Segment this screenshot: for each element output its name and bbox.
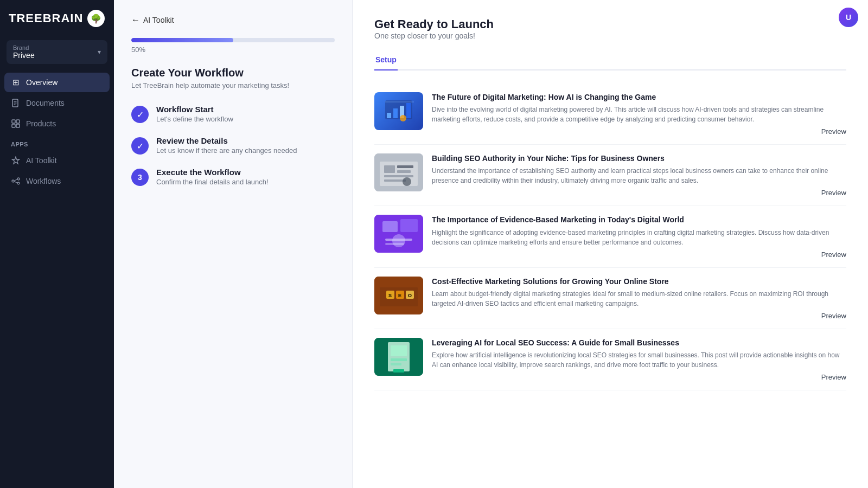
chevron-down-icon: ▾	[98, 48, 101, 56]
content-body-2: Building SEO Authority in Your Niche: Ti…	[432, 153, 846, 197]
svg-rect-17	[406, 103, 411, 118]
content-thumb-4: S E O	[374, 277, 423, 314]
svg-rect-46	[391, 363, 401, 365]
svg-point-9	[17, 178, 20, 180]
sidebar-item-label: Documents	[26, 99, 65, 107]
content-title-1: The Future of Digital Marketing: How AI …	[432, 92, 846, 102]
products-icon	[11, 119, 21, 129]
sidebar-item-label: Workflows	[26, 177, 61, 185]
svg-rect-24	[397, 170, 411, 173]
main-content: ← AI Toolkit 50% Create Your Workflow Le…	[114, 0, 868, 488]
content-actions-3: Preview	[432, 251, 846, 259]
step-1-desc: Let's define the workflow	[156, 115, 233, 123]
content-thumb-5	[374, 338, 423, 376]
preview-button-5[interactable]: Preview	[821, 373, 846, 381]
content-actions-5: Preview	[432, 373, 846, 381]
content-actions-2: Preview	[432, 189, 846, 197]
svg-rect-29	[382, 221, 398, 232]
sidebar: TREEBRAIN 🌳 Brand Privee ▾ ⊞ Overview	[0, 0, 114, 488]
svg-text:O: O	[408, 293, 412, 298]
sidebar-item-ai-toolkit[interactable]: AI Toolkit	[4, 151, 110, 170]
content-title-5: Leveraging AI for Local SEO Success: A G…	[432, 338, 846, 348]
svg-rect-47	[393, 369, 404, 373]
right-panel: Get Ready to Launch One step closer to y…	[353, 0, 868, 488]
tab-setup[interactable]: Setup	[374, 51, 398, 70]
workflow-title: Create Your Workflow	[131, 67, 335, 79]
svg-rect-22	[384, 165, 395, 173]
left-panel: ← AI Toolkit 50% Create Your Workflow Le…	[114, 0, 353, 488]
svg-rect-30	[400, 219, 418, 232]
step-2: ✓ Review the Details Let us know if ther…	[131, 136, 335, 155]
content-thumb-1	[374, 92, 423, 130]
sidebar-item-label: Products	[26, 119, 56, 128]
sidebar-item-products[interactable]: Products	[4, 114, 110, 133]
svg-point-27	[403, 177, 411, 186]
back-label: AI Toolkit	[143, 16, 174, 24]
step-3-icon: 3	[131, 169, 149, 186]
user-avatar[interactable]: U	[839, 8, 858, 27]
step-2-title: Review the Details	[156, 136, 297, 145]
right-header: Get Ready to Launch One step closer to y…	[374, 17, 846, 40]
step-2-content: Review the Details Let us know if there …	[156, 136, 297, 155]
svg-line-12	[14, 182, 17, 183]
sidebar-item-overview[interactable]: ⊞ Overview	[4, 73, 110, 92]
svg-text:S: S	[388, 293, 392, 298]
content-item-1: The Future of Digital Marketing: How AI …	[374, 84, 846, 145]
brand-label: Brand	[13, 44, 35, 51]
step-3: 3 Execute the Workflow Confirm the final…	[131, 168, 335, 186]
content-actions-4: Preview	[432, 312, 846, 320]
svg-rect-14	[387, 113, 391, 118]
content-body-4: Cost-Effective Marketing Solutions for G…	[432, 277, 846, 320]
preview-button-1[interactable]: Preview	[821, 127, 846, 136]
content-thumb-2	[374, 153, 423, 191]
svg-rect-5	[16, 120, 20, 123]
step-1-content: Workflow Start Let's define the workflow	[156, 105, 233, 123]
step-1-icon: ✓	[131, 106, 149, 123]
sidebar-item-documents[interactable]: Documents	[4, 93, 110, 113]
svg-rect-44	[391, 345, 407, 356]
apps-section: AI Toolkit Workflows	[0, 151, 114, 192]
svg-rect-26	[384, 179, 406, 182]
content-body-3: The Importance of Evidence-Based Marketi…	[432, 215, 846, 258]
svg-rect-32	[385, 239, 412, 241]
step-2-desc: Let us know if there are any changes nee…	[156, 146, 297, 155]
sidebar-item-workflows[interactable]: Workflows	[4, 171, 110, 191]
svg-rect-25	[384, 175, 413, 177]
step-3-title: Execute the Workflow	[156, 168, 269, 177]
back-button[interactable]: ← AI Toolkit	[131, 15, 335, 25]
svg-rect-7	[16, 124, 20, 127]
brand-selector[interactable]: Brand Privee ▾	[7, 40, 107, 64]
logo-icon: 🌳	[87, 10, 105, 27]
preview-button-2[interactable]: Preview	[821, 189, 846, 197]
back-arrow-icon: ←	[131, 15, 140, 25]
content-title-3: The Importance of Evidence-Based Marketi…	[432, 215, 846, 224]
content-item-2: Building SEO Authority in Your Niche: Ti…	[374, 145, 846, 206]
apps-section-label: APPS	[0, 134, 114, 151]
nav-section: ⊞ Overview Documents	[0, 73, 114, 134]
content-desc-1: Dive into the evolving world of digital …	[432, 105, 846, 124]
progress-bar-fill	[131, 38, 233, 42]
logo-text: TREEBRAIN	[9, 11, 83, 25]
svg-rect-23	[397, 165, 413, 168]
progress-bar-container	[131, 38, 335, 42]
step-2-icon: ✓	[131, 137, 149, 155]
ai-toolkit-icon	[11, 156, 21, 165]
step-1-title: Workflow Start	[156, 105, 233, 114]
preview-button-3[interactable]: Preview	[821, 251, 846, 259]
svg-text:E: E	[398, 293, 401, 298]
content-thumb-3	[374, 215, 423, 253]
sidebar-item-label: Overview	[26, 78, 58, 87]
svg-rect-21	[380, 162, 418, 186]
tabs-bar: Setup	[374, 51, 846, 70]
content-desc-4: Learn about budget-friendly digital mark…	[432, 289, 846, 309]
right-title: Get Ready to Launch	[374, 17, 846, 31]
workflow-subtitle: Let TreeBrain help automate your marketi…	[131, 81, 335, 89]
svg-rect-33	[385, 243, 404, 245]
svg-point-19	[400, 115, 406, 121]
progress-label: 50%	[131, 46, 335, 54]
content-desc-2: Understand the importance of establishin…	[432, 166, 846, 185]
step-3-content: Execute the Workflow Confirm the final d…	[156, 168, 269, 186]
preview-button-4[interactable]: Preview	[821, 312, 846, 320]
svg-point-8	[12, 180, 14, 182]
content-body-1: The Future of Digital Marketing: How AI …	[432, 92, 846, 136]
